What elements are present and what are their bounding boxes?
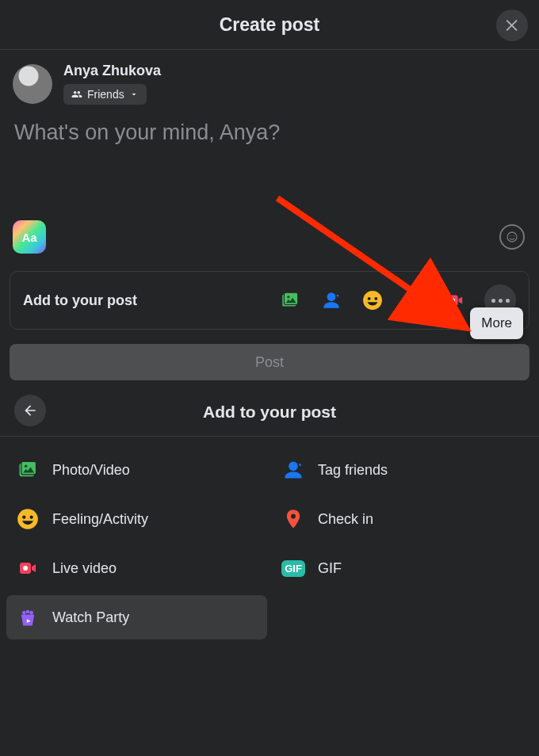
- add-to-post-label: Add to your post: [23, 292, 137, 309]
- dots-icon: [491, 299, 495, 303]
- tag-person-icon: [282, 459, 304, 481]
- option-watch-party[interactable]: Watch Party: [6, 595, 267, 640]
- svg-point-5: [287, 296, 289, 298]
- user-meta: Anya Zhukova Friends: [63, 63, 161, 105]
- svg-point-7: [363, 291, 382, 310]
- option-feeling[interactable]: Feeling/Activity: [6, 497, 267, 541]
- live-video-icon-button[interactable]: [443, 288, 467, 312]
- svg-point-16: [289, 462, 298, 472]
- back-button[interactable]: [14, 395, 46, 426]
- panel-header: Add to your post: [0, 395, 539, 437]
- svg-point-25: [29, 611, 33, 615]
- photo-icon: [280, 290, 300, 311]
- option-label: Tag friends: [318, 462, 388, 479]
- close-icon: [503, 17, 521, 34]
- gif-icon: GIF: [281, 560, 305, 577]
- svg-point-0: [507, 232, 517, 242]
- svg-point-15: [25, 465, 28, 468]
- option-photo-video[interactable]: Photo/Video: [6, 448, 267, 492]
- svg-point-18: [22, 516, 25, 519]
- dialog-header: Create post: [0, 0, 539, 50]
- svg-point-12: [451, 298, 456, 303]
- checkin-icon-button[interactable]: [402, 288, 426, 312]
- arrow-left-icon: [22, 403, 38, 418]
- option-label: Watch Party: [52, 609, 129, 626]
- svg-point-20: [291, 514, 296, 519]
- add-to-post-bar: Add to your post: [10, 271, 529, 330]
- option-label: Live video: [52, 560, 117, 577]
- svg-point-19: [30, 516, 33, 519]
- option-tag-friends[interactable]: Tag friends: [272, 448, 533, 492]
- dialog-title: Create post: [220, 14, 320, 36]
- feeling-icon: [362, 290, 383, 311]
- svg-point-24: [26, 610, 30, 614]
- panel-title: Add to your post: [203, 403, 336, 422]
- location-icon: [282, 508, 304, 530]
- svg-point-9: [374, 297, 377, 300]
- svg-point-10: [411, 296, 415, 300]
- photo-icon: [17, 459, 39, 481]
- live-video-icon: [444, 292, 466, 309]
- svg-point-2: [513, 235, 514, 236]
- user-avatar[interactable]: [13, 64, 52, 104]
- svg-point-6: [327, 292, 336, 301]
- user-name: Anya Zhukova: [63, 63, 161, 79]
- popcorn-icon: [17, 606, 39, 628]
- feeling-icon: [17, 508, 39, 530]
- svg-point-1: [510, 235, 510, 236]
- option-label: Photo/Video: [52, 462, 130, 479]
- user-row: Anya Zhukova Friends: [0, 50, 539, 111]
- photo-video-icon-button[interactable]: [278, 288, 302, 312]
- tag-person-icon: [321, 290, 342, 311]
- option-label: GIF: [318, 560, 342, 577]
- more-tooltip: More: [470, 307, 523, 339]
- option-live-video[interactable]: Live video: [6, 546, 267, 590]
- option-gif[interactable]: GIF GIF: [272, 546, 533, 590]
- svg-point-23: [22, 611, 26, 615]
- composer-footer: Aa: [0, 220, 539, 257]
- option-check-in[interactable]: Check in: [272, 497, 533, 541]
- audience-selector[interactable]: Friends: [63, 84, 147, 105]
- option-label: Check in: [318, 511, 373, 528]
- friends-icon: [71, 89, 82, 100]
- close-button[interactable]: [496, 10, 528, 41]
- svg-point-8: [368, 297, 371, 300]
- option-label: Feeling/Activity: [52, 511, 148, 528]
- emoji-picker-button[interactable]: [499, 224, 525, 250]
- location-icon: [403, 290, 424, 311]
- post-button[interactable]: Post: [10, 344, 529, 380]
- svg-point-17: [17, 509, 38, 529]
- composer: [0, 111, 539, 220]
- audience-label: Friends: [87, 88, 124, 101]
- options-grid: Photo/Video Tag friends Feeling/Activity…: [0, 437, 539, 651]
- background-color-button[interactable]: Aa: [13, 220, 46, 254]
- post-text-input[interactable]: [13, 119, 529, 217]
- feeling-icon-button[interactable]: [361, 288, 384, 312]
- live-video-icon: [16, 559, 40, 578]
- svg-point-22: [23, 566, 28, 571]
- smile-icon: [506, 231, 518, 243]
- tag-friends-icon-button[interactable]: [319, 288, 343, 312]
- chevron-down-icon: [129, 90, 139, 99]
